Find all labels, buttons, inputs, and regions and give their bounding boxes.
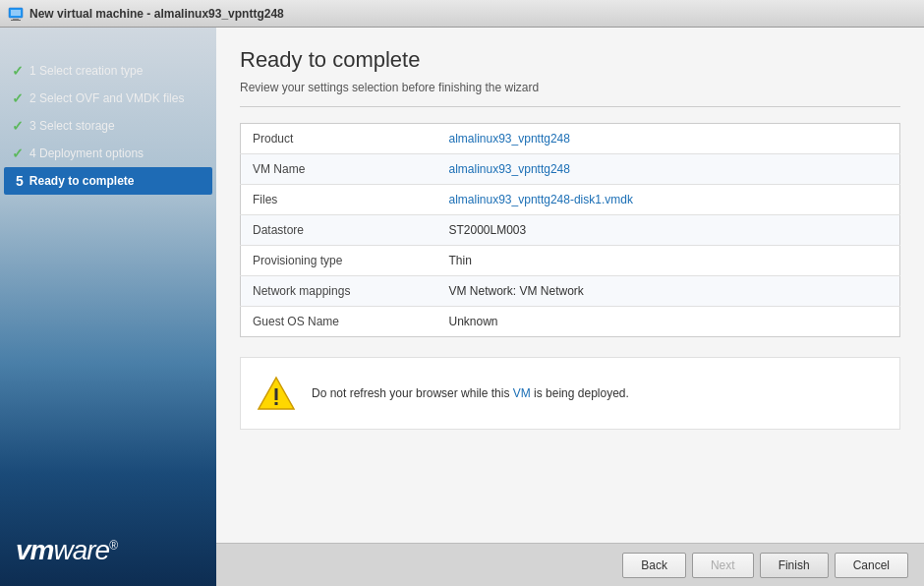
check-icon-5: 5 [16,173,24,189]
window-title: New virtual machine - almalinux93_vpnttg… [29,7,284,21]
table-row: Provisioning type Thin [241,246,900,276]
sidebar-logo: vmware® [0,519,216,586]
label-files: Files [241,185,437,215]
sidebar-step-3-label: 3 Select storage [29,119,115,133]
logo-vm: vm [16,535,53,565]
check-icon-3: ✓ [12,118,24,134]
sidebar-step-1[interactable]: ✓ 1 Select creation type [0,57,216,85]
sidebar: ✓ 1 Select creation type ✓ 2 Select OVF … [0,28,216,586]
logo-reg: ® [109,539,117,553]
sidebar-step-4-label: 4 Deployment options [29,146,144,160]
sidebar-step-2[interactable]: ✓ 2 Select OVF and VMDK files [0,85,216,112]
table-row: Guest OS Name Unknown [241,307,900,337]
value-datastore: ST2000LM003 [437,215,900,246]
svg-rect-6 [275,402,278,405]
warning-box: Do not refresh your browser while this V… [240,357,900,430]
sidebar-step-3[interactable]: ✓ 3 Select storage [0,112,216,140]
footer: Back Next Finish Cancel [216,543,924,586]
svg-rect-5 [275,388,278,400]
sidebar-step-5-label: Ready to complete [29,174,135,188]
vmware-logo: vmware® [16,535,201,566]
label-vmname: VM Name [241,154,437,185]
page-title: Ready to complete [240,47,900,73]
svg-rect-3 [11,20,21,21]
content-area: Ready to complete Review your settings s… [216,28,924,586]
title-bar: New virtual machine - almalinux93_vpnttg… [0,0,924,28]
svg-rect-1 [11,10,21,16]
value-product: almalinux93_vpnttg248 [437,124,900,154]
table-row: VM Name almalinux93_vpnttg248 [241,154,900,185]
cancel-button[interactable]: Cancel [835,553,908,578]
next-button[interactable]: Next [692,553,754,578]
table-row: Product almalinux93_vpnttg248 [241,124,900,154]
check-icon-2: ✓ [12,90,24,106]
label-network: Network mappings [241,276,437,307]
check-icon-4: ✓ [12,146,24,161]
warning-vm-link: VM [513,386,531,400]
label-guestos: Guest OS Name [241,307,437,337]
warning-icon [257,374,296,413]
value-files: almalinux93_vpnttg248-disk1.vmdk [437,185,900,215]
sidebar-step-2-label: 2 Select OVF and VMDK files [29,91,184,105]
table-row: Datastore ST2000LM003 [241,215,900,246]
warning-text: Do not refresh your browser while this V… [312,386,629,400]
value-guestos: Unknown [437,307,900,337]
value-network: VM Network: VM Network [437,276,900,307]
logo-ware: ware [53,535,109,565]
label-provisioning: Provisioning type [241,246,437,276]
sidebar-step-4[interactable]: ✓ 4 Deployment options [0,140,216,167]
content-body: Ready to complete Review your settings s… [216,28,924,543]
finish-button[interactable]: Finish [760,553,829,578]
value-vmname: almalinux93_vpnttg248 [437,154,900,185]
label-product: Product [241,124,437,154]
value-provisioning: Thin [437,246,900,276]
sidebar-step-1-label: 1 Select creation type [29,64,143,78]
table-row: Network mappings VM Network: VM Network [241,276,900,307]
vm-icon [8,6,24,22]
sidebar-step-5[interactable]: 5 Ready to complete [4,167,212,195]
page-subtitle: Review your settings selection before fi… [240,81,900,107]
check-icon-1: ✓ [12,63,24,79]
main-container: ✓ 1 Select creation type ✓ 2 Select OVF … [0,28,924,586]
table-row: Files almalinux93_vpnttg248-disk1.vmdk [241,185,900,215]
label-datastore: Datastore [241,215,437,246]
settings-table: Product almalinux93_vpnttg248 VM Name al… [240,123,900,337]
back-button[interactable]: Back [622,553,686,578]
sidebar-steps: ✓ 1 Select creation type ✓ 2 Select OVF … [0,47,216,519]
